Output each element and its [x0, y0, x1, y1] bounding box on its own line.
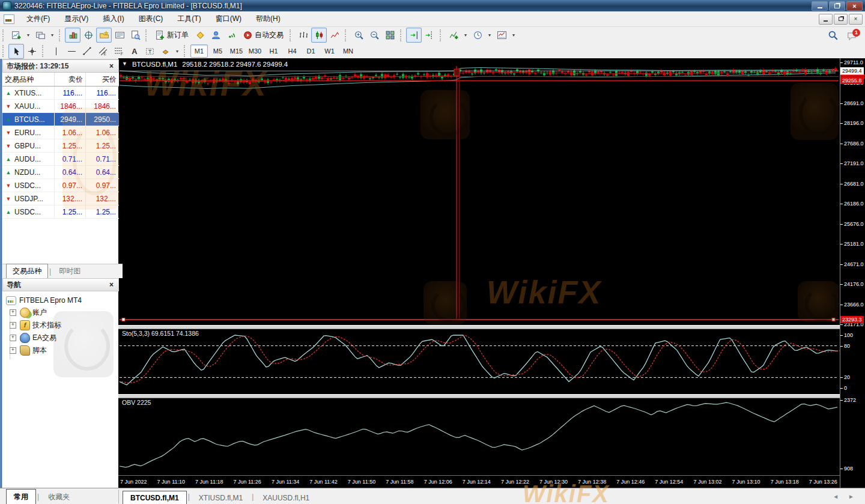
- toolbar-grip[interactable]: [42, 45, 45, 57]
- terminal-button[interactable]: [112, 28, 127, 43]
- navigator-root[interactable]: FITBELA Epro MT4: [6, 294, 119, 306]
- vertical-line-button[interactable]: [48, 44, 64, 59]
- profiles-button[interactable]: [32, 28, 48, 43]
- tab-scroll-right-icon[interactable]: ►: [848, 493, 854, 500]
- candlestick-button[interactable]: [311, 28, 327, 43]
- timeframe-M30[interactable]: M30: [246, 44, 264, 58]
- market-watch-row[interactable]: ▼GBPU...1.25...1.25...: [2, 139, 119, 153]
- shapes-button[interactable]: [157, 44, 173, 59]
- menu-帮助(H)[interactable]: 帮助(H): [249, 13, 288, 25]
- navigator-header[interactable]: 导航 ×: [2, 278, 119, 291]
- timeframe-D1[interactable]: D1: [302, 44, 320, 58]
- templates-button[interactable]: [494, 28, 509, 43]
- chart-header[interactable]: ▼ BTCUSD.fl,M1 29518.2 29518.2 29497.6 2…: [122, 61, 288, 68]
- restore-button[interactable]: [829, 1, 845, 11]
- expand-icon[interactable]: +: [10, 322, 16, 329]
- chart-window-icon[interactable]: [4, 14, 14, 24]
- market-watch-row[interactable]: ▲XTIUS...116....116....: [2, 87, 119, 100]
- autoscroll-toggle[interactable]: [406, 28, 422, 43]
- market-watch-row[interactable]: ▼XAUU...1846...1846...: [2, 100, 119, 113]
- strategy-tester-button[interactable]: [127, 28, 143, 43]
- tab-交易品种[interactable]: 交易品种: [6, 264, 48, 278]
- toolbar-grip[interactable]: [59, 29, 62, 41]
- timeframe-MN[interactable]: MN: [339, 44, 357, 58]
- zoom-out-button[interactable]: [366, 28, 382, 43]
- market-watch-row[interactable]: ▲AUDU...0.71...0.71...: [2, 153, 119, 166]
- autotrading-button[interactable]: 自动交易: [239, 28, 287, 43]
- timeframe-M15[interactable]: M15: [228, 44, 245, 58]
- menu-插入(I)[interactable]: 插入(I): [96, 13, 131, 25]
- market-watch-toggle[interactable]: [65, 28, 80, 43]
- templates-caret[interactable]: ▾: [509, 28, 518, 43]
- metaeditor-button[interactable]: [192, 28, 208, 43]
- market-watch-header[interactable]: 市场报价: 13:29:15 ×: [2, 59, 119, 73]
- signals-button[interactable]: [223, 28, 239, 43]
- timeframe-W1[interactable]: W1: [321, 44, 338, 58]
- stochastic-panel[interactable]: [118, 328, 841, 394]
- new-chart-caret[interactable]: ▾: [24, 28, 32, 43]
- chart-tab-XAUUSD.fl,H1[interactable]: XAUUSD.fl,H1: [255, 491, 317, 504]
- column-symbol[interactable]: 交易品种: [2, 74, 54, 85]
- toolbar-grip[interactable]: [345, 29, 348, 41]
- title-bar[interactable]: 3220446: FITBELAEpro-Live - FITBELA Epro…: [0, 0, 865, 11]
- close-button[interactable]: ×: [846, 1, 863, 11]
- minimize-button[interactable]: [812, 1, 828, 11]
- text-button[interactable]: A: [126, 44, 142, 59]
- tab-即时图[interactable]: 即时图: [52, 264, 87, 278]
- menu-图表(C)[interactable]: 图表(C): [132, 13, 171, 25]
- toolbar-grip[interactable]: [290, 29, 293, 41]
- data-window-button[interactable]: [80, 28, 96, 43]
- horizontal-line-button[interactable]: [64, 44, 79, 59]
- new-chart-button[interactable]: [8, 28, 24, 43]
- market-watch-row[interactable]: ▼USDC...0.97...0.97...: [2, 179, 119, 192]
- periods-caret[interactable]: ▾: [485, 28, 494, 43]
- new-order-button[interactable]: 新订单: [151, 28, 192, 43]
- tab-收藏夹[interactable]: 收藏夹: [40, 489, 77, 504]
- zoom-in-button[interactable]: [351, 28, 366, 43]
- label-button[interactable]: T: [142, 44, 157, 59]
- tab-常用[interactable]: 常用: [6, 489, 36, 504]
- timeframe-H4[interactable]: H4: [284, 44, 301, 58]
- child-close-button[interactable]: ×: [849, 14, 863, 25]
- expand-icon[interactable]: +: [10, 309, 16, 316]
- column-ask[interactable]: 买价: [85, 73, 119, 86]
- menu-工具(T)[interactable]: 工具(T): [170, 13, 208, 25]
- indicators-caret[interactable]: ▾: [461, 28, 470, 43]
- cursor-button[interactable]: [8, 44, 24, 59]
- column-bid[interactable]: 卖价: [54, 73, 85, 86]
- market-watch-row[interactable]: ▼EURU...1.06...1.06...: [2, 126, 119, 139]
- profiles-caret[interactable]: ▾: [48, 28, 56, 43]
- child-minimize-button[interactable]: [819, 14, 833, 25]
- menu-窗口(W)[interactable]: 窗口(W): [208, 13, 249, 25]
- price-axis[interactable]: 29711.029201.028691.028196.027686.027191…: [840, 58, 865, 488]
- navigator-item-脚本[interactable]: +脚本: [6, 344, 119, 357]
- notifications-icon[interactable]: 1: [847, 30, 859, 41]
- toolbar-grip[interactable]: [145, 29, 148, 41]
- menu-显示(V)[interactable]: 显示(V): [57, 13, 96, 25]
- trendline-button[interactable]: [79, 44, 95, 59]
- community-button[interactable]: [208, 28, 223, 43]
- market-watch-row[interactable]: ▲BTCUS...2949...2950...: [2, 113, 119, 126]
- chart-tab-XTIUSD.fl,M1[interactable]: XTIUSD.fl,M1: [191, 491, 250, 504]
- periods-button[interactable]: [470, 28, 485, 43]
- collapse-icon[interactable]: ▼: [122, 61, 127, 68]
- toolbar-grip[interactable]: [400, 29, 403, 41]
- fibonacci-button[interactable]: F: [111, 44, 126, 59]
- market-watch-row[interactable]: ▼USDJP...132....132....: [2, 192, 119, 205]
- expand-icon[interactable]: +: [10, 335, 16, 341]
- line-chart-button[interactable]: [327, 28, 342, 43]
- channel-button[interactable]: E: [95, 44, 111, 59]
- indicators-button[interactable]: [446, 28, 461, 43]
- bar-chart-button[interactable]: [296, 28, 311, 43]
- navigator-item-账户[interactable]: +账户: [6, 306, 119, 319]
- market-watch-close-icon[interactable]: ×: [108, 62, 115, 70]
- panel-splitter[interactable]: [118, 325, 841, 329]
- navigator-toggle[interactable]: [96, 28, 112, 43]
- timeframe-M1[interactable]: M1: [190, 44, 208, 58]
- panel-splitter[interactable]: [118, 394, 841, 398]
- chart-tab-BTCUSD.fl,M1[interactable]: BTCUSD.fl,M1: [123, 491, 187, 504]
- expand-icon[interactable]: +: [10, 347, 16, 354]
- search-icon[interactable]: [828, 30, 839, 41]
- obv-panel[interactable]: [118, 397, 841, 475]
- navigator-item-EA交易[interactable]: +EA交易: [6, 332, 119, 344]
